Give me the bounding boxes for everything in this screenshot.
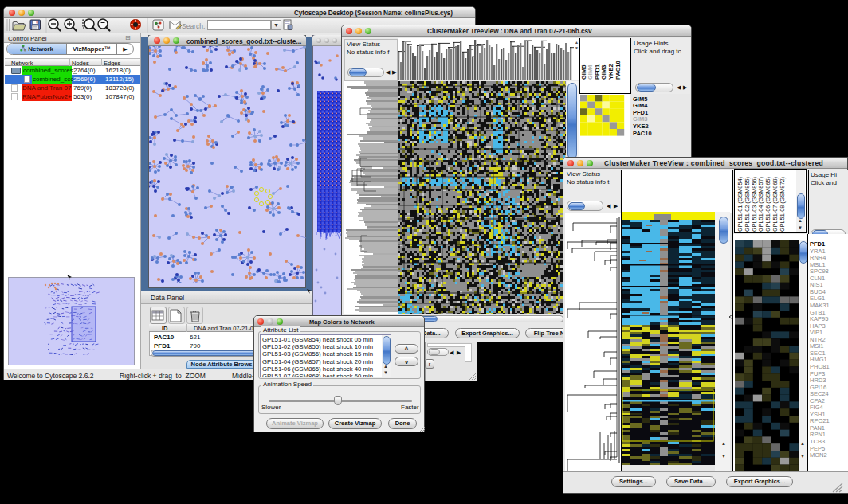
svg-text:GPL51-01 (GSM854): GPL51-01 (GSM854) <box>736 177 744 232</box>
svg-text:GPL51-06 (GSM865): GPL51-06 (GSM865) <box>764 177 771 232</box>
svg-text:Search:: Search: <box>182 22 205 30</box>
svg-text:GPL51-07 (GSM868): GPL51-07 (GSM868) <box>771 177 779 232</box>
svg-text:PAC10: PAC10 <box>614 61 622 80</box>
svg-text:GPL51-02 (GSM855): GPL51-02 (GSM855) <box>744 177 751 232</box>
svg-text:GPL51-08 (GSM872): GPL51-08 (GSM872) <box>779 177 786 232</box>
svg-text:GPL51-03 (GSM856): GPL51-03 (GSM856) <box>751 177 758 232</box>
svg-text:GPL51-04 (GSM857): GPL51-04 (GSM857) <box>757 177 764 232</box>
